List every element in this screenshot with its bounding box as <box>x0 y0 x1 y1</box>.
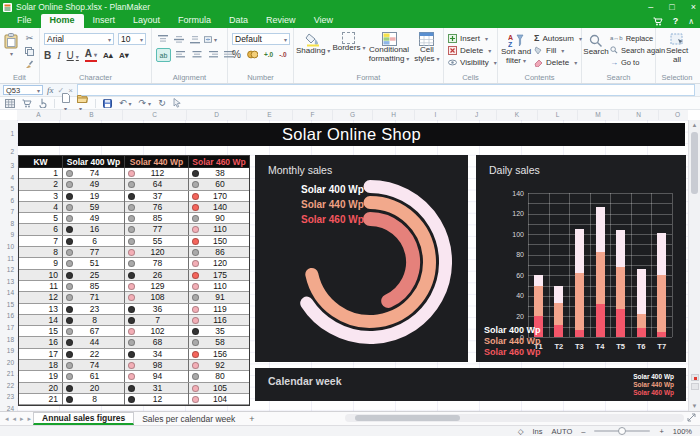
redo-icon[interactable]: ↷ <box>139 98 152 108</box>
row-header-8[interactable]: 8 <box>10 220 14 228</box>
calc-mode-indicator[interactable]: AUTO <box>552 427 573 436</box>
horizontal-scrollbar[interactable] <box>345 414 684 422</box>
row-header-5[interactable]: 5 <box>10 185 14 193</box>
search-button[interactable]: Search <box>583 34 609 57</box>
row-header-9[interactable]: 9 <box>10 231 14 239</box>
row-header-19[interactable]: 19 <box>7 347 14 355</box>
table-row[interactable]: 95178120 <box>19 258 249 269</box>
column-header-L[interactable]: L <box>538 110 578 120</box>
zoom-out-button[interactable]: – <box>581 427 585 436</box>
currency-format-icon[interactable] <box>247 50 258 59</box>
menu-tab-insert[interactable]: Insert <box>84 14 125 28</box>
save-icon[interactable] <box>103 99 112 108</box>
menu-tab-view[interactable]: View <box>305 14 342 28</box>
table-row[interactable]: 2496460 <box>19 179 249 190</box>
row-header-17[interactable]: 17 <box>7 324 14 332</box>
table-row[interactable]: 102526175 <box>19 270 249 281</box>
insert-cells-button[interactable]: Insert <box>448 32 497 44</box>
row-header-21[interactable]: 21 <box>7 370 14 378</box>
table-grid-icon[interactable] <box>5 99 15 108</box>
calendar-week-chart[interactable]: Calendar week Solar 400 WpSolar 440 WpSo… <box>255 368 686 401</box>
align-top-icon[interactable] <box>156 33 169 45</box>
refresh-icon[interactable]: ↻ <box>158 98 166 108</box>
row-header-13[interactable]: 13 <box>7 278 14 286</box>
delete-contents-button[interactable]: Delete <box>534 56 582 68</box>
sheet-nav-arrow-0[interactable]: ◂ <box>3 415 11 423</box>
cut-icon[interactable]: ✂ <box>23 32 36 44</box>
grow-font-button[interactable]: A▴ <box>103 51 113 60</box>
row-header-14[interactable]: 14 <box>7 289 14 297</box>
row-header-4[interactable]: 4 <box>10 174 14 182</box>
column-header-M[interactable]: M <box>578 110 619 120</box>
fit-window-icon[interactable] <box>687 413 697 423</box>
table-row[interactable]: 45976140 <box>19 202 249 213</box>
sheet-tab-annual-sales-figures[interactable]: Annual sales figures <box>33 412 134 425</box>
column-header-C[interactable]: C <box>123 110 187 120</box>
minimize-button[interactable]: – <box>648 2 653 12</box>
table-row[interactable]: 21812104 <box>19 394 249 405</box>
underline-button[interactable]: U <box>67 50 79 61</box>
zoom-in-button[interactable]: + <box>659 427 663 436</box>
freeze-button[interactable] <box>691 383 699 390</box>
menu-tab-formula[interactable]: Formula <box>169 14 220 28</box>
formula-input[interactable] <box>77 84 695 96</box>
row-header-23[interactable]: 23 <box>7 393 14 401</box>
add-sheet-button[interactable]: + <box>243 414 260 424</box>
paste-dropdown-arrow[interactable]: ▾ <box>4 50 19 57</box>
column-header-B[interactable]: B <box>61 110 123 120</box>
close-button[interactable]: × <box>691 2 696 12</box>
select-all-button[interactable]: Select all <box>661 33 693 64</box>
row-header-1[interactable]: 1 <box>10 130 14 138</box>
italic-button[interactable]: I <box>57 50 60 61</box>
column-header-G[interactable]: G <box>333 110 373 120</box>
align-middle-icon[interactable] <box>172 33 185 45</box>
column-header-K[interactable]: K <box>497 110 538 120</box>
column-header-F[interactable]: F <box>293 110 333 120</box>
row-header-22[interactable]: 22 <box>7 382 14 390</box>
merge-cells-icon[interactable] <box>204 33 217 45</box>
cart-icon[interactable] <box>22 99 32 108</box>
align-center-icon[interactable] <box>190 49 203 61</box>
table-row[interactable]: 1487116 <box>19 315 249 326</box>
zoom-slider[interactable] <box>594 430 650 432</box>
paste-button[interactable]: ▾ <box>4 33 19 57</box>
split-view-button[interactable] <box>691 374 699 381</box>
row-header-2[interactable]: 2 <box>10 148 14 156</box>
row-header-18[interactable]: 18 <box>7 336 14 344</box>
fill-button[interactable]: Fill <box>534 44 582 56</box>
row-header-15[interactable]: 15 <box>7 301 14 309</box>
table-row[interactable]: 31937170 <box>19 191 249 202</box>
column-header-O[interactable]: O <box>659 110 688 120</box>
sheet-nav-arrow-1[interactable]: ◂ <box>11 415 19 423</box>
format-painter-icon[interactable] <box>23 58 36 70</box>
column-header-H[interactable]: H <box>373 110 415 120</box>
table-row[interactable]: 202031105 <box>19 383 249 394</box>
column-header-D[interactable]: D <box>187 110 247 120</box>
text-orientation-button[interactable]: ab <box>156 48 171 62</box>
table-row[interactable]: 61677110 <box>19 224 249 235</box>
table-row[interactable]: 156710235 <box>19 326 249 337</box>
table-row[interactable]: 1185129110 <box>19 281 249 292</box>
visibility-button[interactable]: Visibility <box>448 56 497 68</box>
vertical-scroll-thumb[interactable] <box>691 132 698 194</box>
row-header-11[interactable]: 11 <box>7 255 14 263</box>
row-header-7[interactable]: 7 <box>10 208 14 216</box>
insert-mode-indicator[interactable]: Ins <box>533 427 543 436</box>
menu-tab-data[interactable]: Data <box>220 14 257 28</box>
table-row[interactable]: 17411238 <box>19 168 249 179</box>
row-header-6[interactable]: 6 <box>10 197 14 205</box>
number-format-select[interactable]: Default <box>232 33 290 45</box>
scroll-down-icon[interactable]: ▼ <box>689 402 700 410</box>
cell-reference-box[interactable]: Q53 <box>3 85 43 95</box>
maximize-button[interactable]: □ <box>669 2 674 12</box>
column-header-N[interactable]: N <box>619 110 659 120</box>
table-row[interactable]: 87712086 <box>19 247 249 258</box>
row-header-12[interactable]: 12 <box>7 266 14 274</box>
sheet-nav-arrow-3[interactable]: ▸ <box>26 415 34 423</box>
copy-icon[interactable] <box>23 45 36 57</box>
font-name-select[interactable]: Arial <box>44 33 114 45</box>
undo-icon[interactable]: ↶ <box>119 98 132 108</box>
row-header-20[interactable]: 20 <box>7 359 14 367</box>
table-row[interactable]: 16446858 <box>19 337 249 348</box>
table-row[interactable]: 127110891 <box>19 292 249 303</box>
